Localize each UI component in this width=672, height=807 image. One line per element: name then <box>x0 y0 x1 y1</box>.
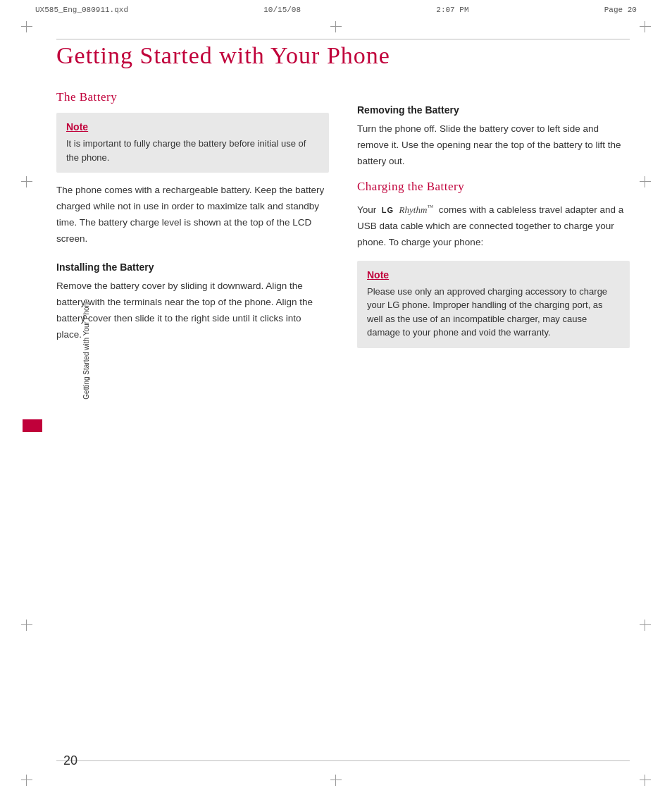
battery-section-title: The Battery <box>56 90 329 104</box>
page-title: Getting Started with Your Phone <box>56 42 630 69</box>
installing-battery-heading: Installing the Battery <box>56 261 329 273</box>
tick-left-top <box>21 176 32 187</box>
header-time: 2:07 PM <box>436 6 468 14</box>
charging-note-box: Note Please use only an approved chargin… <box>357 261 630 348</box>
bottom-rule <box>56 760 630 761</box>
brand-rhythm: Rhythm™ <box>399 204 434 215</box>
two-column-layout: The Battery Note It is important to full… <box>56 90 630 358</box>
main-content: Getting Started with Your Phone The Batt… <box>56 42 630 751</box>
corner-mark-tr <box>640 21 651 32</box>
corner-mark-tl <box>21 21 32 32</box>
page-number: 20 <box>63 753 77 768</box>
battery-note-box: Note It is important to fully charge the… <box>56 113 329 173</box>
removing-battery-body: Turn the phone off. Slide the battery co… <box>357 121 630 170</box>
top-rule <box>56 39 630 39</box>
tick-top-center <box>330 21 342 32</box>
charging-note-text: Please use only an approved charging acc… <box>367 285 620 340</box>
tick-right-top <box>640 176 651 187</box>
charging-note-title: Note <box>367 269 620 281</box>
brand-tm: ™ <box>427 204 433 211</box>
battery-note-title: Note <box>66 121 319 133</box>
installing-battery-body: Remove the battery cover by sliding it d… <box>56 278 329 343</box>
charging-battery-section-title: Charging the Battery <box>357 180 630 194</box>
tick-left-bottom <box>21 620 32 631</box>
sidebar-chapter-marker <box>23 419 42 432</box>
battery-note-text: It is important to fully charge the batt… <box>66 137 319 164</box>
charging-body-prefix: Your <box>357 204 376 215</box>
corner-mark-br <box>640 775 651 786</box>
tick-right-bottom <box>640 620 651 631</box>
left-column: The Battery Note It is important to full… <box>56 90 329 358</box>
header-page: Page 20 <box>604 6 637 14</box>
brand-lg: LG <box>382 206 394 214</box>
charging-battery-body: Your LG Rhythm™ comes with a cableless t… <box>357 202 630 251</box>
removing-battery-heading: Removing the Battery <box>357 104 630 116</box>
charging-body-suffix: comes with a cableless travel adapter an… <box>357 204 623 247</box>
header-filename: UX585_Eng_080911.qxd <box>35 6 128 14</box>
header-date: 10/15/08 <box>263 6 301 14</box>
tick-bottom-center <box>330 775 342 786</box>
battery-body1: The phone comes with a rechargeable batt… <box>56 183 329 247</box>
corner-mark-bl <box>21 775 32 786</box>
page-header: UX585_Eng_080911.qxd 10/15/08 2:07 PM Pa… <box>35 6 637 14</box>
right-column: Removing the Battery Turn the phone off.… <box>357 90 630 358</box>
